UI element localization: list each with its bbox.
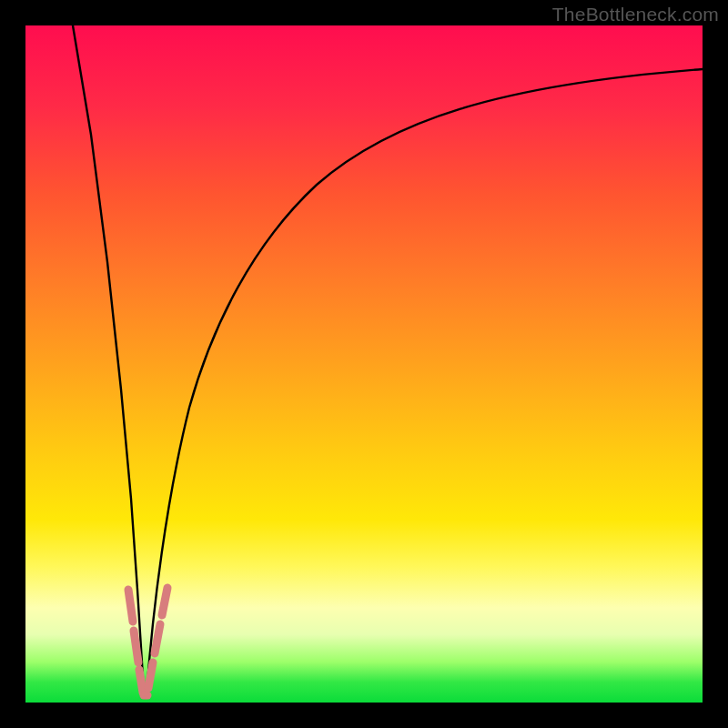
svg-line-4 [148, 662, 153, 688]
minimum-marker-group [128, 588, 167, 695]
curve-layer [25, 25, 703, 703]
svg-line-0 [128, 590, 133, 622]
curve-right-branch [147, 69, 703, 694]
plot-area [25, 25, 703, 703]
svg-line-2 [139, 670, 143, 693]
svg-line-5 [155, 624, 160, 653]
svg-line-1 [134, 631, 138, 662]
attribution-text: TheBottleneck.com [552, 4, 719, 25]
svg-line-6 [162, 588, 167, 615]
curve-left-branch [73, 25, 144, 694]
chart-frame: TheBottleneck.com [0, 0, 728, 728]
